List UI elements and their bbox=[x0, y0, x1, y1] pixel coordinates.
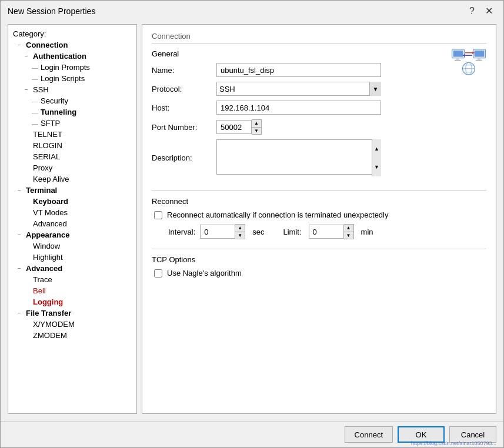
help-button[interactable]: ? bbox=[466, 5, 478, 17]
interval-label: Interval: bbox=[168, 228, 195, 236]
network-icon bbox=[451, 44, 486, 81]
host-input[interactable] bbox=[216, 101, 381, 115]
category-label: Category: bbox=[8, 27, 136, 39]
protocol-select[interactable]: SSH TELNET RLOGIN SERIAL bbox=[216, 82, 381, 96]
tree-item-authentication[interactable]: − Authentication bbox=[8, 51, 136, 62]
tree-label-rlogin: RLOGIN bbox=[33, 141, 62, 150]
svg-rect-6 bbox=[478, 58, 480, 60]
port-spinner: ▲ ▼ bbox=[216, 119, 262, 135]
tree-item-vt-modes[interactable]: VT Modes bbox=[8, 207, 136, 218]
desc-textarea[interactable] bbox=[216, 139, 381, 175]
tree-item-file-transfer[interactable]: − File Transfer bbox=[8, 307, 136, 319]
dash-icon: — bbox=[32, 109, 38, 116]
tree-label-highlight: Highlight bbox=[33, 253, 63, 262]
interval-up-button[interactable]: ▲ bbox=[235, 225, 245, 232]
svg-rect-5 bbox=[475, 51, 485, 57]
dash-icon: — bbox=[32, 98, 38, 105]
dialog-title: New Session Properties bbox=[8, 6, 95, 16]
port-down-button[interactable]: ▼ bbox=[252, 127, 261, 134]
tree-item-terminal[interactable]: − Terminal bbox=[8, 185, 136, 196]
tree-item-appearance[interactable]: − Appearance bbox=[8, 229, 136, 240]
tree-item-security[interactable]: — Security bbox=[8, 95, 136, 106]
connect-button[interactable]: Connect bbox=[345, 426, 393, 443]
port-row: Port Number: ▲ ▼ bbox=[152, 119, 442, 135]
svg-rect-1 bbox=[453, 51, 463, 57]
protocol-select-wrapper: SSH TELNET RLOGIN SERIAL ▼ bbox=[216, 82, 381, 96]
tree-label-xymodem: X/YMODEM bbox=[33, 320, 75, 329]
svg-rect-2 bbox=[456, 58, 459, 60]
tree-label-proxy: Proxy bbox=[33, 163, 52, 172]
desc-label: Description: bbox=[152, 153, 216, 162]
limit-up-button[interactable]: ▲ bbox=[344, 225, 353, 232]
tree-label-bell: Bell bbox=[33, 286, 46, 295]
min-label: min bbox=[361, 228, 373, 236]
port-up-button[interactable]: ▲ bbox=[252, 120, 261, 127]
tree-item-sftp[interactable]: — SFTP bbox=[8, 118, 136, 129]
tree-item-window[interactable]: Window bbox=[8, 240, 136, 252]
svg-rect-7 bbox=[476, 60, 482, 61]
tree-label-vt-modes: VT Modes bbox=[33, 208, 68, 217]
expand-icon: − bbox=[18, 42, 25, 48]
nagle-checkbox[interactable] bbox=[154, 269, 162, 278]
desc-scroll-up[interactable]: ▲ bbox=[372, 139, 381, 158]
limit-input[interactable] bbox=[309, 225, 344, 239]
name-input[interactable] bbox=[216, 63, 381, 77]
tree-item-keyboard[interactable]: Keyboard bbox=[8, 196, 136, 207]
desc-row: Description: ▲ ▼ bbox=[152, 139, 442, 176]
tree-item-advanced-top[interactable]: − Advanced bbox=[8, 263, 136, 274]
tree-item-login-prompts[interactable]: — Login Prompts bbox=[8, 62, 136, 73]
bottom-bar: Connect OK Cancel https://blog.csdn.net/… bbox=[1, 421, 503, 447]
tree-label-connection: Connection bbox=[26, 41, 68, 49]
tree-item-login-scripts[interactable]: — Login Scripts bbox=[8, 73, 136, 84]
port-spinner-buttons: ▲ ▼ bbox=[252, 119, 262, 135]
section-title: Connection bbox=[152, 32, 486, 44]
category-tree: Category: − Connection − Authentication … bbox=[8, 24, 137, 414]
content-panel: Connection General Name: Protocol: bbox=[142, 24, 496, 414]
dash-icon: — bbox=[32, 120, 38, 127]
tree-label-window: Window bbox=[33, 242, 60, 250]
tree-item-rlogin[interactable]: RLOGIN bbox=[8, 140, 136, 151]
reconnect-checkbox-row: Reconnect automatically if connection is… bbox=[154, 210, 486, 219]
general-section: General Name: Protocol: SSH bbox=[152, 49, 486, 181]
tree-item-terminal-advanced[interactable]: Advanced bbox=[8, 218, 136, 229]
tree-item-keep-alive[interactable]: Keep Alive bbox=[8, 173, 136, 185]
tree-item-logging[interactable]: Logging bbox=[8, 296, 136, 307]
host-label: Host: bbox=[152, 103, 216, 112]
dialog: New Session Properties ? ✕ Category: − C… bbox=[0, 0, 504, 448]
title-controls: ? ✕ bbox=[466, 5, 496, 17]
interval-down-button[interactable]: ▼ bbox=[235, 232, 245, 239]
tree-item-trace[interactable]: Trace bbox=[8, 274, 136, 285]
tree-item-tunneling[interactable]: — Tunneling bbox=[8, 106, 136, 118]
tcp-title: TCP Options bbox=[152, 255, 486, 264]
limit-down-button[interactable]: ▼ bbox=[344, 232, 353, 239]
port-input[interactable] bbox=[216, 120, 252, 134]
tree-item-telnet[interactable]: TELNET bbox=[8, 129, 136, 140]
nagle-checkbox-row: Use Nagle's algorithm bbox=[154, 269, 486, 278]
interval-input[interactable] bbox=[200, 225, 235, 239]
tree-label-appearance: Appearance bbox=[26, 230, 69, 239]
tree-item-zmodem[interactable]: ZMODEM bbox=[8, 330, 136, 341]
svg-rect-3 bbox=[455, 60, 461, 61]
expand-icon: − bbox=[18, 310, 25, 316]
tree-item-proxy[interactable]: Proxy bbox=[8, 162, 136, 173]
close-button[interactable]: ✕ bbox=[482, 5, 496, 17]
tree-item-serial[interactable]: SERIAL bbox=[8, 151, 136, 162]
tree-item-xymodem[interactable]: X/YMODEM bbox=[8, 319, 136, 330]
reconnect-section: Reconnect Reconnect automatically if con… bbox=[152, 197, 486, 239]
reconnect-checkbox[interactable] bbox=[154, 211, 162, 219]
tcp-section: TCP Options Use Nagle's algorithm bbox=[152, 255, 486, 278]
url-watermark: https://blog.csdn.net/sinar1050793... bbox=[411, 440, 496, 446]
tree-label-ssh: SSH bbox=[33, 85, 49, 94]
tree-label-tunneling: Tunneling bbox=[41, 108, 76, 116]
tree-item-connection[interactable]: − Connection bbox=[8, 39, 136, 51]
expand-icon: − bbox=[18, 187, 25, 193]
tree-item-bell[interactable]: Bell bbox=[8, 285, 136, 296]
tree-item-ssh[interactable]: − SSH bbox=[8, 84, 136, 95]
tree-label-authentication: Authentication bbox=[33, 52, 86, 61]
interval-spinner: ▲ ▼ bbox=[200, 224, 245, 239]
desc-scroll-down[interactable]: ▼ bbox=[372, 158, 381, 177]
tree-item-highlight[interactable]: Highlight bbox=[8, 252, 136, 263]
dash-icon: — bbox=[32, 64, 38, 71]
desc-scroll-buttons: ▲ ▼ bbox=[372, 139, 381, 176]
tree-label-trace: Trace bbox=[33, 275, 52, 284]
